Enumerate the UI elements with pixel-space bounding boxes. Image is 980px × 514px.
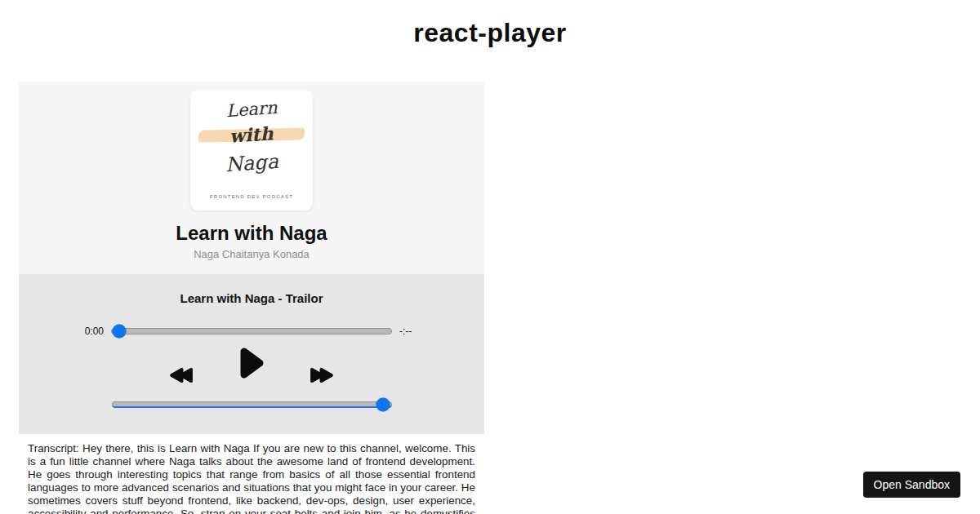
- volume-row: [19, 397, 484, 412]
- play-button[interactable]: [238, 345, 265, 381]
- podcast-author: Naga Chaitanya Konada: [194, 248, 310, 260]
- playback-controls: [19, 345, 484, 396]
- podcast-title: Learn with Naga: [176, 222, 327, 245]
- fast-forward-button[interactable]: [309, 366, 334, 384]
- artwork-section: Learn with Naga FRONTEND DEV PODCAST Lea…: [19, 82, 484, 274]
- play-icon: [238, 345, 265, 381]
- progress-slider-track: [111, 328, 392, 335]
- fast-forward-icon: [309, 366, 334, 384]
- podcast-cover-art: Learn with Naga FRONTEND DEV PODCAST: [190, 90, 313, 210]
- remaining-time: -:--: [399, 326, 421, 337]
- podcast-player-card: Learn with Naga FRONTEND DEV PODCAST Lea…: [19, 82, 484, 514]
- volume-slider-track: [112, 401, 392, 408]
- cover-art-text-line3: Naga: [225, 150, 279, 176]
- cover-art-text-line1: Learn: [225, 98, 278, 121]
- rewind-icon: [169, 366, 194, 384]
- transcript-text: Transcript: Hey there, this is Learn wit…: [19, 434, 484, 514]
- volume-slider[interactable]: [112, 397, 392, 412]
- cover-art-line2-wrap: with: [190, 122, 313, 147]
- progress-slider[interactable]: [111, 324, 392, 339]
- page: react-player Learn with Naga FRONTEND DE…: [0, 0, 980, 514]
- player-panel: Learn with Naga - Trailor 0:00 -:--: [19, 274, 484, 434]
- page-title: react-player: [0, 0, 980, 48]
- open-sandbox-button[interactable]: Open Sandbox: [863, 472, 960, 498]
- cover-art-caption: FRONTEND DEV PODCAST: [210, 193, 293, 199]
- progress-row: 0:00 -:--: [19, 324, 484, 339]
- progress-slider-thumb[interactable]: [113, 325, 127, 339]
- rewind-button[interactable]: [169, 366, 194, 384]
- volume-slider-thumb[interactable]: [376, 398, 390, 412]
- track-title: Learn with Naga - Trailor: [19, 291, 484, 305]
- cover-art-text-line2: with: [229, 122, 274, 147]
- elapsed-time: 0:00: [82, 326, 104, 337]
